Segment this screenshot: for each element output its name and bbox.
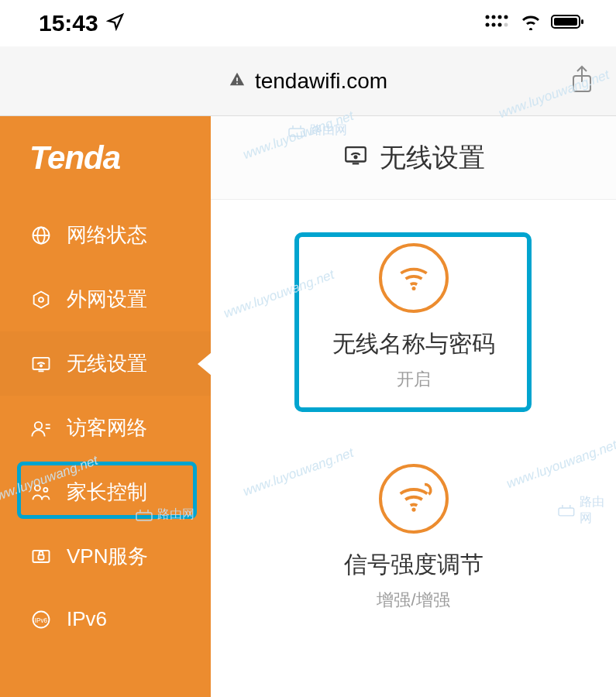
sidebar-item-vpn[interactable]: VPN服务: [0, 524, 211, 589]
svg-point-21: [40, 365, 42, 366]
sidebar-item-guest-network[interactable]: 访客网络: [0, 396, 211, 460]
share-button[interactable]: [570, 65, 594, 98]
svg-rect-27: [39, 555, 44, 559]
content-area: 无线设置 无线名称与密码 开启: [211, 116, 616, 697]
sidebar-item-label: 外网设置: [67, 286, 147, 313]
card-status: 开启: [397, 368, 431, 391]
svg-point-19: [39, 297, 43, 302]
sidebar-item-network-status[interactable]: 网络状态: [0, 203, 211, 267]
sidebar-item-label: 访客网络: [67, 414, 147, 441]
browser-url: tendawifi.com: [255, 69, 387, 94]
svg-rect-10: [581, 19, 583, 24]
svg-point-24: [35, 485, 40, 490]
svg-point-5: [492, 23, 496, 27]
svg-point-0: [486, 15, 490, 19]
card-signal-strength[interactable]: 信号强度调节 增强/增强: [322, 453, 505, 620]
ipv6-icon: IPv6: [29, 609, 53, 630]
svg-marker-18: [34, 291, 49, 307]
svg-point-3: [504, 15, 508, 19]
location-icon: [106, 10, 125, 36]
page-title: 无线设置: [380, 140, 485, 176]
sidebar-item-wireless-settings[interactable]: 无线设置: [0, 331, 211, 396]
svg-point-4: [486, 23, 490, 27]
card-wifi-name-password[interactable]: 无线名称与密码 开启: [311, 232, 517, 399]
status-bar: 15:43: [0, 0, 616, 46]
browser-url-bar[interactable]: tendawifi.com: [0, 46, 616, 116]
sidebar-item-label: IPv6: [67, 607, 107, 631]
guest-icon: [29, 417, 53, 439]
wifi-icon: [520, 13, 542, 33]
battery-icon: [551, 13, 585, 33]
sidebar-item-label: 网络状态: [67, 221, 147, 249]
sidebar-item-label: VPN服务: [67, 543, 148, 570]
signal-adjust-icon: [379, 464, 449, 534]
monitor-wifi-icon: [342, 142, 369, 174]
status-indicators: [484, 12, 585, 34]
svg-point-31: [354, 156, 356, 158]
sidebar-item-label: 家长控制: [67, 479, 147, 506]
brand-logo: Tenda: [0, 116, 211, 203]
svg-text:IPv6: IPv6: [35, 616, 48, 623]
monitor-wifi-icon: [29, 353, 53, 375]
card-status: 增强/增强: [377, 589, 449, 612]
page-header: 无线设置: [211, 116, 616, 200]
status-time: 15:43: [39, 10, 98, 36]
svg-point-33: [411, 287, 415, 290]
card-title: 信号强度调节: [344, 549, 484, 581]
svg-rect-20: [33, 357, 50, 369]
sidebar-item-parental-control[interactable]: 家长控制: [0, 460, 211, 524]
svg-rect-30: [346, 147, 366, 161]
svg-point-34: [411, 507, 415, 511]
svg-rect-9: [554, 18, 577, 26]
svg-point-25: [43, 487, 47, 491]
parental-icon: [29, 482, 53, 503]
svg-rect-26: [33, 550, 50, 561]
card-title: 无线名称与密码: [332, 328, 495, 360]
sidebar-item-wan-settings[interactable]: 外网设置: [0, 267, 211, 331]
sidebar: Tenda 网络状态 外网设置: [0, 116, 211, 697]
svg-point-1: [492, 15, 496, 19]
sidebar-item-ipv6[interactable]: IPv6 IPv6: [0, 589, 211, 650]
svg-point-2: [498, 15, 502, 19]
svg-point-7: [504, 23, 508, 27]
svg-rect-11: [236, 77, 238, 81]
svg-rect-12: [236, 82, 238, 84]
sidebar-item-label: 无线设置: [67, 350, 147, 377]
wifi-icon: [379, 243, 449, 313]
hexagon-icon: [29, 289, 53, 311]
lock-warning-icon: [229, 69, 246, 94]
vpn-icon: [29, 546, 53, 568]
cellular-icon: [484, 12, 511, 34]
svg-point-23: [35, 421, 42, 428]
svg-point-6: [498, 23, 502, 27]
globe-icon: [29, 225, 53, 246]
